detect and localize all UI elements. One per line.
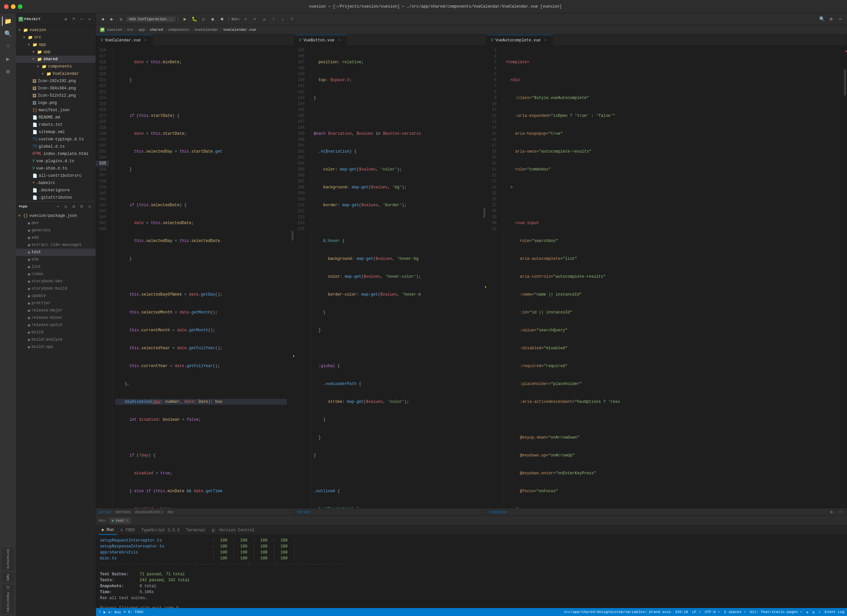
tree-file-logo[interactable]: ▶ 🖼 logo.png [16,99,96,106]
npm-script-e2e[interactable]: ▶ ◉ e2e [16,256,96,263]
npm-script-build[interactable]: ▶ ◉ build [16,329,96,336]
tree-file-vue-shim[interactable]: ▶ V vue-shim.d.ts [16,165,96,172]
footer-daydisabled[interactable]: dayDisabled() [135,510,164,514]
npm-header[interactable]: ▼ npm + ↻ ⚙ ⊟ ✕ [16,202,96,211]
npm-close-icon[interactable]: ✕ [86,203,93,210]
favorites-label[interactable]: 2: Favorites [2,585,14,613]
tab-version-control[interactable]: g: Version Control [208,526,258,535]
tree-file-gitattributes[interactable]: ▶ 📄 .gitattributes [16,194,96,201]
back-button[interactable]: ◀ [99,15,106,23]
status-encoding[interactable]: UTF-8 ÷ [705,610,720,614]
npm-script-clean[interactable]: ▶ ◉ clean [16,270,96,278]
close-tab-vuecalendar[interactable]: × [143,38,148,43]
status-file-path[interactable]: src/app/shared/designSystem/variables/_b… [564,610,671,614]
git-arrow-icon[interactable]: ↑ [269,15,277,23]
tab-vuebutton[interactable]: V VueButton.vue × [294,35,347,46]
npm-script-dev[interactable]: ▶ ◉ dev [16,219,96,227]
close-button[interactable] [4,4,9,9]
collapse-icon[interactable]: ≡ [71,16,77,22]
status-sync-icon[interactable]: ⇅ [806,610,809,615]
tab-terminal[interactable]: Terminal [183,526,208,535]
activity-git[interactable]: ⑂ [2,40,14,52]
tree-item-components[interactable]: ▼ 📁 components [16,63,96,70]
npm-script-release-major[interactable]: ▶ ◉ release:major [16,307,96,314]
tree-file-contributors[interactable]: ▶ 📄 all-contributorsrc [16,172,96,179]
activity-explorer[interactable]: 📁 [2,15,14,27]
npm-script-lint[interactable]: ▶ ◉ lint [16,263,96,270]
footer-methods[interactable]: methods [116,510,131,514]
panel-close-icon[interactable]: — [837,509,844,516]
code-content-right[interactable]: <template> <div :class="$style.vueAutoco… [503,46,842,508]
activity-search[interactable]: 🔍 [2,28,14,40]
tree-file-icon192[interactable]: ▶ 🖼 Icon-192x192.png [16,77,96,85]
tree-file-icon384[interactable]: ▶ 🖼 Icon-384x384.png [16,85,96,92]
npm-script-storybook-build[interactable]: ▶ ◉ storybook:build [16,285,96,292]
tree-file-global-d[interactable]: ▶ TS global.d.ts [16,143,96,150]
footer-script-mid[interactable]: script [297,510,310,514]
npm-script-generate[interactable]: ▶ ◉ generate [16,227,96,234]
npm-script-storybook-dev[interactable]: ▶ ◉ storybook:dev [16,278,96,285]
npm-package[interactable]: ▼ {} vuesion/package.json [16,212,96,219]
git-tick-icon[interactable]: ✓ [251,15,259,23]
breadcrumb-shared[interactable]: shared [150,28,163,32]
tree-item-src[interactable]: ▼ 📁 src [16,34,96,41]
npm-layout-icon[interactable]: ⊟ [78,203,85,210]
npm-script-build-analyze[interactable]: ▶ ◉ build:analyze [16,336,96,343]
breadcrumb-app[interactable]: app [138,28,145,32]
breadcrumb-src[interactable]: src [127,28,134,32]
npm-script-release-patch[interactable]: ▶ ◉ release:patch [16,321,96,329]
refresh-button[interactable]: ↻ [117,15,125,23]
tree-file-icon512[interactable]: ▶ 🖼 Icon-512x512.png [16,92,96,99]
close-tab-vuebutton[interactable]: × [336,38,342,43]
breadcrumb-components[interactable]: components [168,28,190,32]
tree-file-dockerignore[interactable]: ▶ 📄 .dockerignore [16,187,96,194]
run-button[interactable]: ▶ [181,15,189,23]
coverage-button[interactable]: ☑ [199,15,207,23]
debug-button[interactable]: 🐛 [190,15,198,23]
footer-day[interactable]: day [167,510,174,514]
tree-item-app2[interactable]: ▼ 📁 app [16,48,96,56]
git-pull-icon[interactable]: ↓ [279,15,286,23]
bottom-content[interactable]: setupRequestInterceptor.ts | 100 | 100 |… [96,535,847,608]
npm-script-test[interactable]: ▶ ◉ test [16,248,96,256]
footer-template[interactable]: template [489,510,506,514]
code-editor-mid[interactable]: 185 186 187 188 189 190 191 192 193 194 … [294,46,486,508]
npm-script-prettier[interactable]: ▶ ◉ prettier [16,300,96,307]
run-close-btn[interactable]: × [125,519,128,523]
status-lf[interactable]: LF ÷ [692,610,701,614]
more-toolbar-button[interactable]: ⋯ [837,15,844,23]
status-git-icon[interactable]: ⑂ [99,610,101,614]
code-editor-right[interactable]: 1 2 3 4 5 6 7 8 9 10 11 12 13 [486,46,847,508]
npm-script-extract[interactable]: ▶ ◉ extract-i18n-messages [16,241,96,248]
add-configuration-button[interactable]: Add Configuration... [126,16,176,22]
footer-script[interactable]: script [99,510,112,514]
code-editor-left[interactable]: 316 317 318 319 320 321 322 323 324 325 … [96,46,294,508]
tab-typescript[interactable]: TypeScript 3.3.3 [138,526,183,535]
npm-script-update[interactable]: ▶ ◉ update [16,292,96,300]
tab-vueautocomplete[interactable]: V VueAutocomplete.vue × [486,35,553,46]
maximize-button[interactable] [18,4,22,9]
breadcrumb-vuecalendar-file[interactable]: VueCalendar.vue [223,28,256,32]
tree-file-robots[interactable]: ▶ 📄 robots.txt [16,121,96,129]
tree-item-app[interactable]: ▼ 📁 app [16,41,96,48]
status-zap-icon[interactable]: ⚡ [819,610,821,615]
stop-button[interactable]: ■ [218,15,226,23]
npm-label-side[interactable]: npm [2,573,14,582]
npm-settings-icon[interactable]: ⚙ [71,203,77,210]
tree-file-custom-typings[interactable]: ▶ TS custom-typings.d.ts [16,136,96,143]
settings-icon[interactable]: ⚙ [62,16,69,22]
tab-run[interactable]: ▶ Run [99,526,117,535]
npm-add-icon[interactable]: + [55,203,61,210]
panel-settings-icon[interactable]: ⚙ [828,509,835,516]
npm-refresh-icon[interactable]: ↻ [62,203,69,210]
tab-vuecalendar[interactable]: V VueCalendar.vue × [96,35,153,46]
npm-script-build-spa[interactable]: ▶ ◉ build:spa [16,343,96,350]
run-config[interactable]: ▶ test × [109,518,130,524]
ellipsis-icon[interactable]: ⋯ [78,16,85,22]
close-tab-vueautocomplete[interactable]: × [543,38,548,43]
close-sidebar-icon[interactable]: ✕ [86,16,93,22]
git-branch-icon[interactable]: ⑂ [288,15,296,23]
tree-item-vuecalendar[interactable]: ▼ 📁 VueCalendar [16,70,96,77]
activity-debug[interactable]: ▶ [2,53,14,65]
profile-button[interactable]: ◉ [209,15,217,23]
